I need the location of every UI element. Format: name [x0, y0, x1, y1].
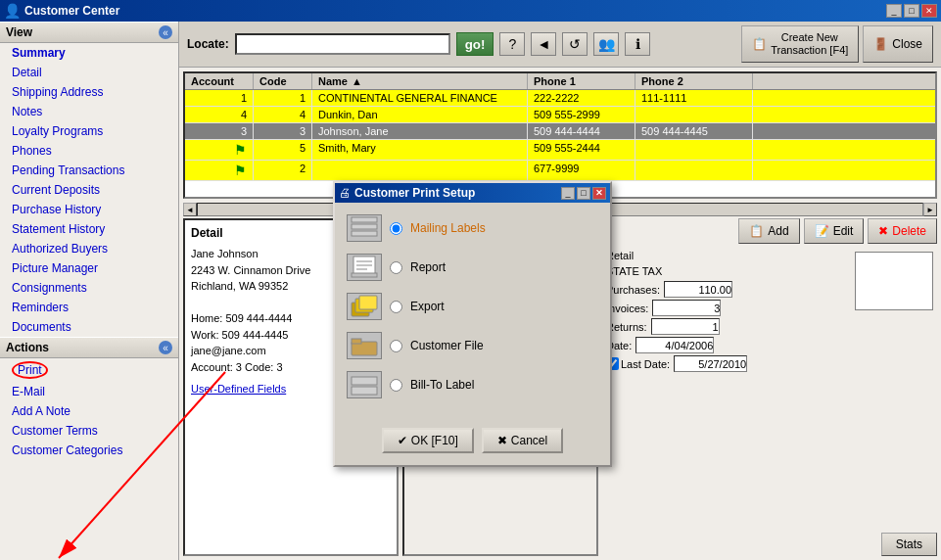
app-title: Customer Center: [24, 4, 882, 18]
cell-phone2: 111-1111: [635, 90, 753, 106]
edit-button[interactable]: 📝 Edit: [804, 218, 865, 244]
sidebar-item-email[interactable]: E-Mail: [0, 382, 178, 401]
mailing-labels-label[interactable]: Mailing Labels: [410, 221, 486, 235]
delete-button[interactable]: ✖ Delete: [868, 218, 937, 244]
sidebar-item-loyalty-programs[interactable]: Loyalty Programs: [0, 121, 178, 141]
sort-icon: ▲: [352, 75, 362, 87]
svg-rect-2: [352, 217, 377, 222]
sidebar-item-documents[interactable]: Documents: [0, 317, 178, 337]
sidebar-item-authorized-buyers[interactable]: Authorized Buyers: [0, 239, 178, 258]
cell-name: Smith, Mary: [312, 140, 528, 160]
sidebar-item-customer-terms[interactable]: Customer Terms: [0, 421, 178, 441]
customer-file-icon: [347, 332, 382, 359]
customer-file-radio[interactable]: [390, 340, 402, 352]
report-label[interactable]: Report: [410, 260, 446, 274]
cell-phone1: 222-2222: [528, 90, 635, 106]
returns-label: Returns:: [606, 321, 647, 333]
sidebar-item-purchase-history[interactable]: Purchase History: [0, 200, 178, 219]
sidebar-item-customer-categories[interactable]: Customer Categories: [0, 441, 178, 460]
svg-rect-16: [352, 387, 377, 395]
retail-label: Retail: [602, 248, 847, 263]
help-icon-button[interactable]: ?: [499, 32, 525, 56]
close-icon: 🚪: [873, 37, 888, 51]
sidebar-item-add-note[interactable]: Add A Note: [0, 401, 178, 421]
sidebar-item-detail[interactable]: Detail: [0, 63, 178, 82]
cell-code: 3: [254, 123, 312, 139]
cell-name: CONTINENTAL GENERAL FINANCE: [312, 90, 528, 106]
report-radio[interactable]: [390, 261, 402, 274]
cell-phone1: 509 555-2444: [528, 140, 635, 160]
dialog-minimize-button[interactable]: _: [561, 187, 575, 200]
sidebar-item-print[interactable]: Print: [0, 358, 178, 382]
svg-rect-9: [352, 273, 377, 277]
cell-phone1: 509 555-2999: [528, 107, 635, 122]
back-button[interactable]: ◄: [531, 32, 556, 56]
sidebar-item-current-deposits[interactable]: Current Deposits: [0, 180, 178, 200]
minimize-button[interactable]: _: [886, 4, 902, 18]
tax-label: STATE TAX: [602, 263, 847, 279]
delete-icon: ✖: [878, 224, 888, 238]
cell-name: Johnson, Jane: [312, 123, 528, 139]
scroll-left-button[interactable]: ◄: [183, 203, 197, 216]
sidebar-item-consignments[interactable]: Consignments: [0, 278, 178, 298]
dialog-close-button[interactable]: ✕: [592, 187, 606, 200]
purchases-value: [664, 281, 732, 298]
sidebar-item-picture-manager[interactable]: Picture Manager: [0, 258, 178, 278]
radio-option-export: Export: [347, 293, 598, 320]
cell-phone2: 509 444-4445: [635, 123, 753, 139]
cancel-x-icon: ✖: [497, 434, 507, 447]
sidebar-item-shipping-address[interactable]: Shipping Address: [0, 82, 178, 102]
ok-button[interactable]: ✔ OK [F10]: [382, 428, 474, 453]
close-button[interactable]: 🚪 Close: [863, 25, 933, 63]
table-row[interactable]: 3 3 Johnson, Jane 509 444-4444 509 444-4…: [185, 123, 935, 140]
cell-phone1: 509 444-4444: [528, 123, 635, 139]
people-button[interactable]: 👥: [593, 32, 619, 56]
sidebar-item-pending-transactions[interactable]: Pending Transactions: [0, 161, 178, 180]
sidebar-item-notes[interactable]: Notes: [0, 102, 178, 121]
actions-collapse-icon[interactable]: «: [159, 341, 172, 354]
sidebar-item-phones[interactable]: Phones: [0, 141, 178, 161]
stats-button[interactable]: Stats: [881, 533, 937, 556]
mailing-labels-radio[interactable]: [390, 222, 402, 235]
dialog-title: Customer Print Setup: [354, 186, 557, 200]
refresh-button[interactable]: ↺: [562, 32, 588, 56]
right-toolbar: 📋 Create NewTransaction [F4] 🚪 Close: [741, 25, 933, 63]
bill-to-label-icon: [347, 371, 382, 398]
close-label: Close: [892, 37, 922, 51]
locate-input[interactable]: [235, 33, 450, 55]
scroll-right-button[interactable]: ►: [923, 203, 937, 216]
add-button[interactable]: 📋 Add: [738, 218, 799, 244]
view-section-header[interactable]: View «: [0, 22, 178, 43]
table-row[interactable]: ⚑ 5 Smith, Mary 509 555-2444: [185, 140, 935, 161]
bill-to-label-radio[interactable]: [390, 379, 402, 392]
table-row[interactable]: 4 4 Dunkin, Dan 509 555-2999: [185, 107, 935, 123]
info-button[interactable]: ℹ: [625, 32, 650, 56]
radio-option-customer-file: Customer File: [347, 332, 598, 359]
crud-buttons: 📋 Add 📝 Edit ✖ Delete: [738, 218, 937, 244]
cancel-button[interactable]: ✖ Cancel: [482, 428, 563, 453]
close-window-button[interactable]: ✕: [921, 4, 937, 18]
sidebar-item-statement-history[interactable]: Statement History: [0, 219, 178, 239]
last-date-label: Last Date:: [621, 358, 670, 370]
locate-label: Locate:: [187, 37, 229, 51]
export-radio[interactable]: [390, 301, 402, 313]
svg-rect-4: [352, 231, 377, 236]
bill-to-label-label[interactable]: Bill-To Label: [410, 378, 474, 392]
actions-section-title: Actions: [6, 341, 49, 354]
table-row[interactable]: 1 1 CONTINENTAL GENERAL FINANCE 222-2222…: [185, 90, 935, 107]
svg-rect-14: [352, 339, 361, 344]
dialog-maximize-button[interactable]: □: [577, 187, 590, 200]
ok-checkmark-icon: ✔: [398, 434, 407, 447]
sidebar-item-summary[interactable]: Summary: [0, 43, 178, 63]
actions-section-header[interactable]: Actions «: [0, 337, 178, 358]
sidebar-item-reminders[interactable]: Reminders: [0, 298, 178, 317]
create-transaction-button[interactable]: 📋 Create NewTransaction [F4]: [741, 25, 859, 63]
table-row[interactable]: ⚑ 2 677-9999: [185, 161, 935, 181]
export-label[interactable]: Export: [410, 300, 445, 313]
maximize-button[interactable]: □: [904, 4, 919, 18]
cell-phone2: [635, 140, 753, 160]
add-icon: 📋: [749, 224, 764, 238]
view-collapse-icon[interactable]: «: [159, 25, 172, 39]
go-button[interactable]: go!: [456, 32, 494, 56]
customer-file-label[interactable]: Customer File: [410, 339, 484, 352]
